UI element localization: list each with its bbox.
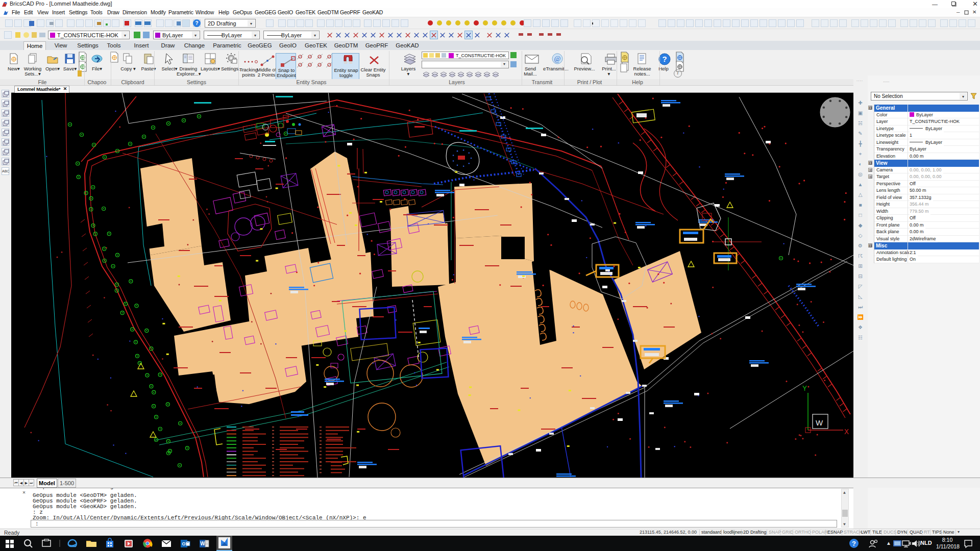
svg-text:X: X — [844, 428, 849, 437]
svg-text:O: O — [182, 541, 185, 546]
svg-text:W: W — [200, 541, 205, 546]
svg-text:Y: Y — [802, 385, 807, 393]
svg-text:?: ? — [852, 540, 856, 547]
svg-text:W: W — [816, 418, 823, 427]
svg-text:?: ? — [662, 55, 667, 63]
svg-text:@: @ — [554, 55, 561, 63]
